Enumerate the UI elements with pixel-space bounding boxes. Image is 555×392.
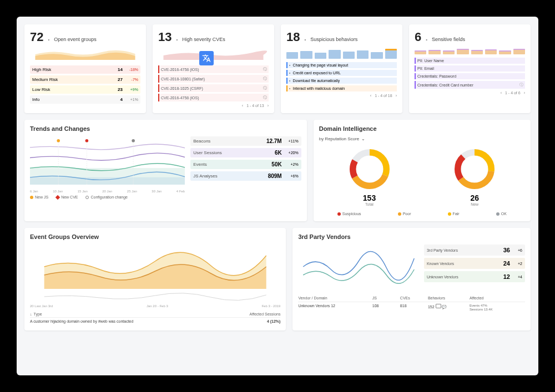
bar-sparkline [415, 48, 525, 54]
card-title: Trends and Changes [30, 125, 301, 132]
legend-dot-icon [398, 212, 401, 216]
info-icon[interactable]: ⓘ [263, 95, 267, 100]
table-header: ↓Type Affected Sessions [30, 311, 280, 318]
chart-legend: New JS New CVE Configuration change [30, 195, 185, 199]
cve-row[interactable]: CVE-2016-4758 (iOS)ⓘ [158, 94, 269, 101]
risk-row-low[interactable]: Low Risk 23 +9% [30, 85, 140, 94]
stat-label: Suspicious behaviors [310, 37, 357, 42]
field-row[interactable]: Credentials: Credit Card numberⓘ [415, 81, 525, 89]
next-icon[interactable]: › [524, 91, 525, 95]
sort-icon[interactable]: ↓ [30, 312, 32, 316]
stat-label: Sensitive fields [432, 37, 465, 42]
behavior-row[interactable]: ▫Credit card exposed to URL [286, 70, 397, 76]
legend-ring-icon [85, 196, 89, 199]
chevron-down-icon: ⌄ [361, 136, 365, 141]
info-dot-icon[interactable]: • [176, 37, 178, 42]
info-dot-icon[interactable]: • [304, 37, 306, 42]
trends-chart: 6 Jan10 Jan15 Jan20 Jan25 Jan30 Jan4 Feb… [30, 136, 185, 199]
doc-icon: ▫ [289, 86, 290, 90]
doc-icon: ▫ [289, 79, 290, 83]
risk-list: High Risk 14 -18% Medium Risk 27 -7% Low… [30, 65, 140, 104]
paginator: ‹ 1 - 4 of 18 › [286, 94, 397, 98]
metric-row[interactable]: User Sessions 6K +20% [190, 148, 301, 157]
legend-dot-icon [30, 196, 33, 199]
behavior-row[interactable]: ▫Interact with malicious domain [286, 85, 397, 91]
info-icon[interactable]: ⓘ [263, 67, 267, 72]
card-cves: 13• High severity CVEs CVE-2016-4758 (iO… [153, 24, 274, 113]
cve-row[interactable]: CVE-2018-1025 (CSRF)ⓘ [158, 84, 269, 92]
card-vendors: 3rd Party Vendors 3rd Party Vendors 36 +… [292, 228, 531, 330]
top-stat-row: 72• Open event groups High Risk 14 -18% … [24, 24, 531, 113]
card-behaviors: 18• Suspicious behaviors ▫Changing the p… [281, 24, 402, 113]
overview-minimap[interactable] [30, 291, 280, 301]
metric-row[interactable]: Events 50K +2% [190, 160, 301, 169]
vendor-chart [298, 245, 420, 291]
svg-point-1 [85, 139, 89, 142]
stat-value: 6 [415, 30, 421, 44]
cve-row[interactable]: CVE-2018-10801 (Safari)ⓘ [158, 75, 269, 83]
next-icon[interactable]: › [396, 94, 397, 98]
stat-label: High severity CVEs [182, 37, 225, 42]
risk-row-info[interactable]: Info 4 +1% [30, 95, 140, 104]
card-trends: Trends and Changes [24, 120, 307, 221]
card-fields: 6• Sensitive fields PII: User Name PII: … [409, 24, 531, 113]
info-dot-icon[interactable]: • [48, 37, 49, 42]
cve-row[interactable]: CVE-2016-4758 (iOS)ⓘ [158, 65, 269, 73]
svg-point-0 [57, 139, 60, 142]
info-icon[interactable]: ⓘ [263, 85, 267, 91]
card-domain-intel: Domain Intelligence by Reputation Score … [314, 120, 531, 221]
info-icon[interactable]: ⓘ [519, 82, 523, 88]
risk-row-medium[interactable]: Medium Risk 27 -7% [30, 75, 140, 84]
donut-total: 153 Total [347, 147, 392, 206]
stat-label: Open event groups [54, 37, 97, 42]
legend-diamond-icon [56, 195, 60, 199]
info-dot-icon[interactable]: • [426, 37, 427, 42]
table-row[interactable]: A customer hijacking domain owned by #we… [30, 318, 280, 325]
prev-icon[interactable]: ‹ [370, 94, 371, 98]
stat-value: 13 [158, 30, 171, 44]
svg-point-2 [132, 139, 135, 142]
field-row[interactable]: PII: Email [415, 65, 525, 72]
card-open-events: 72• Open event groups High Risk 14 -18% … [24, 24, 146, 113]
field-row[interactable]: PII: User Name [415, 58, 525, 64]
translate-icon[interactable] [199, 51, 214, 65]
legend-dot-icon [496, 212, 500, 216]
bar-sparkline [286, 48, 397, 59]
trends-metrics: Beacons 12.7M +11% User Sessions 6K +20%… [190, 136, 301, 199]
bottom-row: Event Groups Overview 20 Last Jan 3rdJan… [24, 228, 531, 330]
doc-icon: ▫ [289, 63, 290, 67]
risk-row-high[interactable]: High Risk 14 -18% [30, 65, 140, 74]
vendor-stat-row[interactable]: 3rd Party Vendors 36 +6 [424, 245, 525, 256]
metric-row[interactable]: Beacons 12.7M +11% [190, 136, 301, 146]
behavior-row[interactable]: ▫Download file automatically [286, 78, 397, 84]
donut-new: 26 New [452, 147, 497, 206]
card-overview: Event Groups Overview 20 Last Jan 3rdJan… [24, 228, 286, 330]
donut-legend: Suspicious Poor Fair OK [319, 212, 525, 216]
info-icon[interactable]: ⓘ [263, 76, 267, 82]
card-title: Domain Intelligence [319, 125, 525, 132]
selector-dropdown[interactable]: by Reputation Score ⌄ [319, 136, 525, 141]
paginator: ‹ 1 - 4 of 6 › [415, 91, 525, 95]
next-icon[interactable]: › [268, 104, 269, 108]
paginator: ‹ 1 - 4 of 13 › [158, 104, 269, 108]
field-list: PII: User Name PII: Email Credentials: P… [415, 58, 525, 89]
behavior-row[interactable]: ▫Changing the page visual layout [286, 62, 397, 68]
vendor-stat-row[interactable]: Known Vendors 24 +2 [424, 258, 525, 269]
x-axis: 6 Jan10 Jan15 Jan20 Jan25 Jan30 Jan4 Feb [30, 190, 185, 193]
field-row[interactable]: Credentials: Password [415, 73, 525, 79]
date-range: 20 Last Jan 3rdJan 20 - Feb 3Feb 3 - 201… [30, 304, 280, 308]
vendor-stat-row[interactable]: Unknown Vendors 12 +4 [424, 271, 525, 282]
overview-chart [30, 245, 280, 289]
cve-list: CVE-2016-4758 (iOS)ⓘ CVE-2018-10801 (Saf… [158, 65, 269, 101]
prev-icon[interactable]: ‹ [501, 91, 502, 95]
sparkline-chart [30, 48, 140, 60]
vendor-table-row[interactable]: Unknown Vendors 12 108 818 152 💬 Events … [298, 302, 525, 313]
behavior-icon [436, 304, 441, 308]
vendor-table-header: Vendor / Domain JS CVEs Behaviors Affect… [298, 294, 525, 302]
legend-dot-icon [337, 212, 341, 216]
dashboard-tablet: 72• Open event groups High Risk 14 -18% … [17, 17, 538, 375]
stat-value: 18 [286, 30, 300, 44]
card-title: Event Groups Overview [30, 233, 280, 240]
prev-icon[interactable]: ‹ [242, 104, 243, 108]
metric-row[interactable]: JS Analyses 809M +6% [190, 171, 301, 181]
